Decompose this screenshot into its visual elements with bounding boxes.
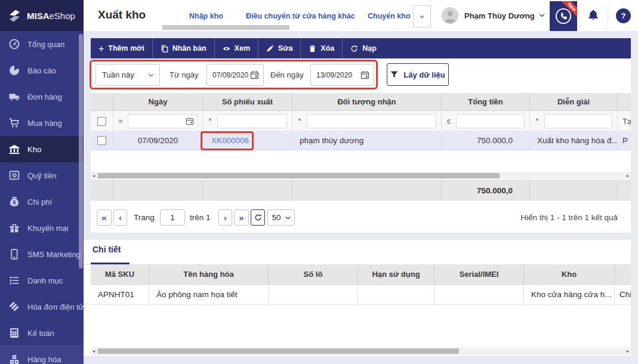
summary-total: 750.000,0 (442, 181, 530, 200)
page-label: Trang (134, 213, 155, 222)
row-checkbox[interactable] (97, 136, 106, 145)
prev-page-button[interactable]: ‹ (113, 209, 127, 226)
col-header-dien-giai[interactable]: Diễn giải (530, 93, 618, 110)
gauge-icon (8, 38, 20, 50)
to-date-input[interactable]: 13/09/2020 (310, 64, 374, 86)
tabs-scrollbar[interactable] (162, 25, 289, 30)
last-page-button[interactable]: » (234, 209, 249, 226)
detail-header-row: Mã SKU Tên hàng hóa Số lô Hạn sử dụng Se… (91, 264, 631, 285)
sidebar-item-sms-marketing[interactable]: SMS Marketing (0, 241, 84, 267)
col-header-ten-hang-hoa[interactable]: Tên hàng hóa (149, 264, 269, 284)
sidebar-item-hoa-don-dien-tu[interactable]: Hóa đơn điện tử (0, 294, 84, 320)
add-new-button[interactable]: +Thêm mới (91, 38, 153, 58)
filter-operator[interactable]: * (292, 117, 307, 125)
vertical-scrollbar-track[interactable] (631, 38, 638, 364)
col-header-doi-tuong-nhan[interactable]: Đối tượng nhận (292, 93, 442, 110)
col-header-serial-imei[interactable]: Serial/IMEI (434, 264, 524, 284)
grid-data-row[interactable]: 07/09/2020 XK000006 phạm thùy dương 750.… (91, 131, 631, 150)
period-select[interactable]: Tuần này (95, 64, 160, 86)
safe-icon (8, 169, 20, 181)
sidebar-item-chi-phi[interactable]: $ Chi phí (0, 189, 84, 215)
select-all-checkbox[interactable] (97, 117, 106, 126)
sidebar-item-hang-hoa[interactable]: Hàng hóa (0, 346, 84, 364)
filter-operator[interactable]: = (113, 117, 128, 125)
col-header-so-lo[interactable]: Số lô (269, 264, 358, 284)
user-name[interactable]: Phạm Thùy Dương (464, 11, 535, 20)
filter-input-tong-tien[interactable] (456, 114, 525, 128)
scroll-left-arrow-icon[interactable]: ◂ (93, 174, 95, 178)
filter-operator[interactable]: * (530, 117, 544, 125)
refresh-icon (254, 214, 262, 221)
brand-name: MISAeShop (27, 11, 75, 21)
scroll-left-arrow-icon[interactable]: ◂ (93, 349, 95, 354)
scroll-right-arrow-icon[interactable]: ▸ (627, 349, 629, 354)
page-size-select[interactable]: 50 (267, 209, 295, 226)
sidebar-item-bao-cao[interactable]: Báo cáo (0, 57, 84, 84)
sidebar-item-mua-hang[interactable]: Mua hàng (0, 110, 84, 136)
view-button[interactable]: Xem (215, 38, 258, 58)
support-phone-button[interactable]: New (550, 1, 577, 31)
first-page-button[interactable]: « (97, 209, 112, 226)
col-header-kho[interactable]: Kho (524, 264, 615, 284)
fetch-data-button[interactable]: Lấy dữ liệu (387, 63, 449, 86)
detail-data-row[interactable]: APNHT01 Áo phông nam họa tiết Kho cửa hà… (91, 285, 631, 305)
sidebar-item-tong-quan[interactable]: Tổng quan (0, 31, 84, 57)
chevron-down-icon (420, 14, 424, 19)
list-icon (8, 274, 20, 286)
phone-icon (555, 8, 572, 24)
from-date-input[interactable]: 07/09/2020 (206, 64, 264, 86)
page-number-input[interactable]: 1 (160, 209, 185, 226)
cell-so-phieu-xuat[interactable]: XK000006 (203, 131, 292, 150)
col-header-han-su-dung[interactable]: Hạn sử dụng (358, 264, 434, 284)
sidebar-item-khuyen-mai[interactable]: Khuyến mại (0, 215, 84, 241)
filter-operator[interactable]: * (203, 117, 217, 125)
cell-ma-sku: APNHT01 (91, 285, 149, 304)
tab-dieu-chuyen[interactable]: Điều chuyển từ cửa hàng khác (246, 12, 355, 20)
filter-input-ngay[interactable] (128, 114, 198, 128)
sidebar-item-danh-muc[interactable]: Danh mục (0, 267, 84, 294)
sidebar-scrollbar[interactable] (79, 34, 83, 269)
refresh-page-button[interactable] (251, 209, 265, 226)
scroll-right-arrow-icon[interactable]: ▸ (627, 174, 629, 178)
tab-nhap-kho[interactable]: Nhập kho (189, 12, 223, 20)
tabs-dropdown-button[interactable] (413, 5, 431, 27)
filter-input-so-phieu[interactable] (217, 114, 287, 128)
trash-icon (309, 45, 316, 53)
filter-clipped[interactable]: Tạ (618, 112, 631, 131)
app-logo[interactable]: MISAeShop (0, 0, 84, 31)
grid-horizontal-scrollbar[interactable]: ◂ ▸ (91, 172, 631, 180)
cell-serial-imei (434, 285, 524, 304)
col-header-tong-tien[interactable]: Tổng tiền (442, 93, 530, 110)
refresh-icon (350, 45, 358, 53)
avatar[interactable] (442, 7, 458, 24)
sidebar-item-don-hang[interactable]: Đơn hàng (0, 84, 84, 110)
detail-horizontal-scrollbar[interactable]: ◂ ▸ (91, 347, 631, 355)
col-header-so-phieu-xuat[interactable]: Số phiếu xuất (203, 93, 292, 110)
help-button[interactable]: ? (616, 8, 631, 23)
cell-ten-hang-hoa: Áo phông nam họa tiết (149, 285, 269, 304)
edit-button[interactable]: Sửa (258, 38, 301, 58)
notifications-bell-icon[interactable] (587, 8, 600, 23)
filter-input-dien-giai[interactable] (544, 114, 612, 128)
user-menu-chevron-icon[interactable] (539, 13, 545, 17)
filter-input-doi-tuong[interactable] (307, 114, 436, 128)
from-date-label: Từ ngày (169, 70, 198, 79)
duplicate-button[interactable]: Nhân bản (153, 38, 215, 58)
col-header-ngay[interactable]: Ngày (113, 93, 203, 110)
scrollbar-thumb[interactable] (98, 173, 500, 178)
sidebar-item-quy-tien[interactable]: Quỹ tiền (0, 162, 84, 189)
copy-icon (161, 45, 168, 53)
cell-clipped: Chi (615, 285, 631, 304)
tab-chi-tiet[interactable]: Chi tiết (93, 245, 121, 254)
reload-button[interactable]: Nạp (343, 38, 384, 58)
next-page-button[interactable]: › (218, 209, 232, 226)
sidebar-item-ke-toan[interactable]: Kế toán (0, 320, 84, 346)
filter-operator[interactable]: ≤ (442, 117, 456, 125)
scrollbar-thumb[interactable] (98, 348, 459, 354)
sidebar-item-kho[interactable]: Kho (0, 136, 84, 162)
delete-button[interactable]: Xóa (301, 38, 343, 58)
col-header-ma-sku[interactable]: Mã SKU (91, 264, 149, 284)
money-bag-icon: $ (8, 196, 20, 208)
funnel-icon (390, 71, 398, 78)
tab-chuyen-kho[interactable]: Chuyển kho (368, 12, 411, 20)
